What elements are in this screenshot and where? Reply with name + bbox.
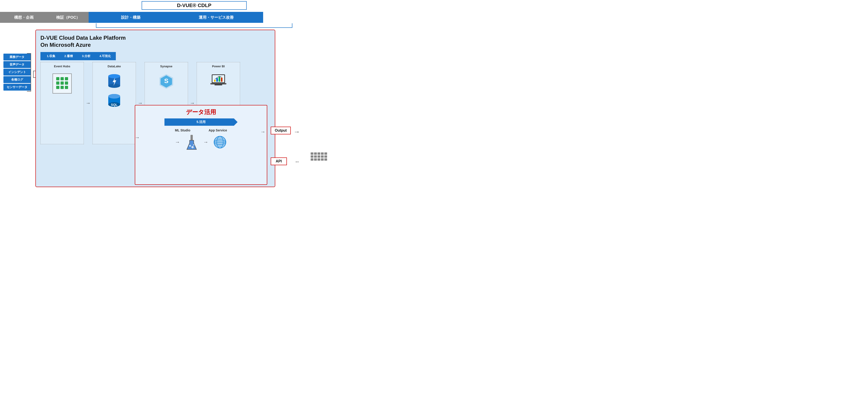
dvue-title-banner: D-VUE® CDLP xyxy=(142,1,247,10)
svg-point-12 xyxy=(108,74,120,78)
step-2: 2.蓄積 xyxy=(58,52,78,60)
input-bracket xyxy=(27,53,31,92)
svg-rect-4 xyxy=(61,81,64,85)
svg-point-43 xyxy=(214,136,226,148)
event-hubs-label: Event Hubs xyxy=(54,65,70,68)
api-double-arrow: ↔ xyxy=(294,159,300,165)
event-hubs-icon xyxy=(53,73,72,94)
svg-rect-3 xyxy=(56,81,59,85)
datalake-label: DataLake xyxy=(107,65,121,68)
sql-icon: SQL xyxy=(107,93,121,109)
svg-point-35 xyxy=(193,144,194,145)
svg-rect-2 xyxy=(65,77,68,80)
svg-rect-30 xyxy=(190,135,193,140)
event-hubs-col: Event Hubs xyxy=(40,62,84,144)
svg-rect-26 xyxy=(219,77,220,82)
data-katsuyo-box: データ活用 5.活用 ML Studio App Service → xyxy=(135,105,267,185)
app-service-icon xyxy=(213,135,227,149)
powerbi-label: Power BI xyxy=(212,65,225,68)
event-hubs-svg xyxy=(55,76,69,90)
chip-incident: インシデント xyxy=(3,69,31,75)
arrow-1-2: → xyxy=(85,62,92,144)
to-katsuyo-arrow: → xyxy=(135,135,140,140)
synapse-label: Synapse xyxy=(160,65,172,68)
chip-voice: 音声データ xyxy=(3,61,31,68)
svg-rect-8 xyxy=(65,86,68,89)
app-to-output-arrow: → xyxy=(260,129,266,135)
svg-text:SQL: SQL xyxy=(111,103,118,106)
svg-rect-1 xyxy=(61,77,64,80)
svg-rect-27 xyxy=(221,77,222,82)
phase-row: 構想・企画 検証（POC） 設計・構築 運用・サービス改善 xyxy=(0,11,388,23)
output-box: Output xyxy=(271,127,291,134)
step-3: 3.分析 xyxy=(75,52,95,60)
service-labels-row: ML Studio App Service xyxy=(139,129,263,132)
step-1: 1.収集 xyxy=(40,52,60,60)
phase-arrow-2: 検証（POC） xyxy=(42,12,92,23)
svg-rect-29 xyxy=(215,85,222,85)
svg-rect-0 xyxy=(56,77,59,80)
chip-logs: 各種ログ xyxy=(3,76,31,83)
main-container: D-VUE® CDLP 構想・企画 検証（POC） 設計・構築 運用・サービス改… xyxy=(0,0,434,200)
ml-to-app-arrow: → xyxy=(203,139,208,145)
svg-point-33 xyxy=(189,145,191,147)
ml-studio-icon xyxy=(185,134,199,151)
steps-row: 1.収集 2.蓄積 3.分析 4.可視化 xyxy=(40,52,270,60)
event-hubs-icon-wrapper xyxy=(53,73,72,94)
server-icon xyxy=(311,153,327,161)
svg-rect-24 xyxy=(214,80,216,82)
svg-rect-5 xyxy=(65,81,68,85)
app-service-label: App Service xyxy=(209,129,227,132)
svg-rect-6 xyxy=(56,86,59,89)
svg-rect-7 xyxy=(61,86,64,89)
phase-arrow-3: 設計・構築 xyxy=(89,12,171,23)
data-katsuyo-title: データ活用 xyxy=(139,108,263,116)
output-right-arrow: → xyxy=(293,128,300,136)
svg-rect-25 xyxy=(216,78,218,82)
chip-business: 業務データ xyxy=(3,54,31,61)
svg-text:S: S xyxy=(164,77,168,85)
api-box: API xyxy=(271,158,287,165)
svg-rect-28 xyxy=(210,83,226,85)
svg-marker-31 xyxy=(187,140,196,149)
chip-sensor: センサーデータ xyxy=(3,84,31,91)
to-ml-arrow: → xyxy=(175,139,180,145)
phase-arrow-1: 構想・企画 xyxy=(0,12,46,23)
svg-point-34 xyxy=(191,146,194,148)
powerbi-icon xyxy=(210,73,227,88)
step-4: 4.可視化 xyxy=(93,52,116,60)
service-icons-row: → → xyxy=(139,134,263,151)
datalake-icon xyxy=(107,73,121,90)
dvue-cdlp-title: D-VUE® CDLP xyxy=(177,2,212,8)
input-chips: 業務データ 音声データ インシデント 各種ログ センサーデータ xyxy=(3,54,31,91)
main-box-title: D-VUE Cloud Data Lake Platform On Micros… xyxy=(40,34,270,48)
phase-arrow-4: 運用・サービス改善 xyxy=(167,12,263,23)
ml-studio-label: ML Studio xyxy=(175,129,190,132)
phase-bracket xyxy=(96,23,292,28)
step5-arrow: 5.活用 xyxy=(164,119,238,126)
synapse-icon: S xyxy=(158,73,174,90)
svg-point-17 xyxy=(108,94,120,99)
datalake-col: DataLake SQL xyxy=(93,62,136,144)
